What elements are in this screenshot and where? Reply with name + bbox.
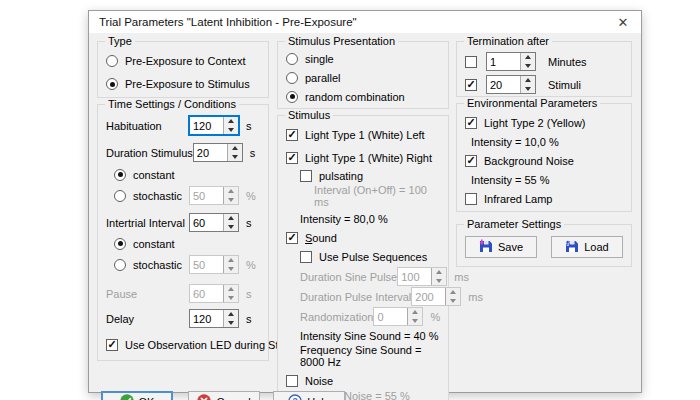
spinner-down-icon[interactable] bbox=[521, 85, 535, 94]
infrared-lamp-checkbox-row[interactable]: Infrared Lamp bbox=[465, 191, 623, 207]
duration-stochastic-spinner[interactable] bbox=[189, 186, 239, 205]
spinner-down-icon[interactable] bbox=[224, 223, 238, 232]
checkbox-checked-icon[interactable] bbox=[465, 155, 477, 167]
duration-stimulus-spinner[interactable] bbox=[193, 143, 243, 162]
randomization-spinner[interactable] bbox=[373, 307, 423, 326]
radio-single[interactable]: single bbox=[286, 51, 440, 66]
checkbox-checked-icon[interactable] bbox=[465, 117, 477, 129]
spinner-up-icon[interactable] bbox=[224, 285, 238, 294]
spinner-up-icon[interactable] bbox=[224, 187, 238, 196]
checkbox-icon[interactable] bbox=[300, 170, 312, 182]
spinner-down-icon[interactable] bbox=[432, 277, 446, 286]
spinner-down-icon[interactable] bbox=[224, 294, 238, 303]
spinner-up-icon[interactable] bbox=[521, 76, 535, 85]
checkbox-checked-icon[interactable] bbox=[465, 79, 477, 91]
spinner-down-icon[interactable] bbox=[521, 62, 535, 71]
spinner-down-icon[interactable] bbox=[224, 265, 238, 274]
duration-stochastic-input[interactable] bbox=[190, 187, 223, 204]
spinner-up-icon[interactable] bbox=[432, 268, 446, 277]
habituation-input[interactable] bbox=[190, 117, 223, 134]
intertrial-stochastic-input[interactable] bbox=[190, 256, 223, 273]
spinner-up-icon[interactable] bbox=[446, 288, 460, 297]
minutes-spinner[interactable] bbox=[486, 52, 536, 71]
pause-spinner[interactable] bbox=[189, 284, 239, 303]
radio-pre-exposure-stimulus[interactable]: Pre-Exposure to Stimulus bbox=[106, 76, 260, 92]
spinner-up-icon[interactable] bbox=[224, 214, 238, 223]
duration-constant-radio[interactable]: constant bbox=[114, 167, 260, 182]
duration-pulse-interval-spinner[interactable] bbox=[411, 287, 461, 306]
use-pulse-sequences-checkbox-row[interactable]: Use Pulse Sequences bbox=[300, 249, 440, 264]
minutes-input[interactable] bbox=[487, 53, 520, 70]
spinner-down-icon[interactable] bbox=[224, 319, 238, 328]
spinner-buttons[interactable] bbox=[445, 288, 460, 305]
cancel-button[interactable]: Cancel bbox=[188, 391, 260, 400]
intertrial-stochastic-spinner[interactable] bbox=[189, 255, 239, 274]
pulsating-checkbox-row[interactable]: pulsating bbox=[300, 168, 440, 183]
spinner-down-icon[interactable] bbox=[224, 126, 238, 135]
background-noise-checkbox-row[interactable]: Background Noise bbox=[465, 153, 623, 169]
radio-selected-icon[interactable] bbox=[286, 91, 298, 103]
checkbox-checked-icon[interactable] bbox=[286, 232, 298, 244]
radio-icon[interactable] bbox=[114, 259, 126, 271]
radio-selected-icon[interactable] bbox=[106, 78, 118, 90]
radio-icon[interactable] bbox=[286, 72, 298, 84]
checkbox-icon[interactable] bbox=[465, 193, 477, 205]
spinner-up-icon[interactable] bbox=[521, 53, 535, 62]
checkbox-checked-icon[interactable] bbox=[286, 152, 298, 164]
save-button[interactable]: Save bbox=[465, 236, 537, 258]
radio-icon[interactable] bbox=[286, 53, 298, 65]
intertrial-constant-radio[interactable]: constant bbox=[114, 236, 260, 251]
radio-icon[interactable] bbox=[106, 55, 118, 67]
spinner-down-icon[interactable] bbox=[446, 297, 460, 306]
duration-stimulus-input[interactable] bbox=[194, 144, 227, 161]
intertrial-stochastic-radio-row[interactable]: stochastic % bbox=[114, 255, 260, 274]
radio-pre-exposure-context[interactable]: Pre-Exposure to Context bbox=[106, 53, 260, 69]
observation-led-checkbox-row[interactable]: Use Observation LED during Stimulu bbox=[106, 337, 260, 352]
spinner-up-icon[interactable] bbox=[408, 308, 422, 317]
spinner-down-icon[interactable] bbox=[228, 153, 242, 162]
spinner-buttons[interactable] bbox=[223, 214, 238, 231]
light-type1-right-checkbox-row[interactable]: Light Type 1 (White) Right bbox=[286, 150, 440, 165]
radio-selected-icon[interactable] bbox=[114, 238, 126, 250]
spinner-down-icon[interactable] bbox=[224, 196, 238, 205]
stimuli-spinner[interactable] bbox=[486, 75, 536, 94]
spinner-up-icon[interactable] bbox=[224, 310, 238, 319]
light-type1-left-checkbox-row[interactable]: Light Type 1 (White) Left bbox=[286, 127, 440, 142]
spinner-up-icon[interactable] bbox=[224, 117, 238, 126]
spinner-buttons[interactable] bbox=[223, 310, 238, 327]
light-type2-checkbox-row[interactable]: Light Type 2 (Yellow) bbox=[465, 115, 623, 131]
duration-stochastic-radio-row[interactable]: stochastic % bbox=[114, 186, 260, 205]
spinner-buttons[interactable] bbox=[520, 76, 535, 93]
help-button[interactable]: ? Help bbox=[273, 391, 345, 400]
spinner-up-icon[interactable] bbox=[224, 256, 238, 265]
spinner-up-icon[interactable] bbox=[228, 144, 242, 153]
spinner-buttons[interactable] bbox=[520, 53, 535, 70]
intertrial-interval-spinner[interactable] bbox=[189, 213, 239, 232]
duration-sine-pulse-spinner[interactable] bbox=[397, 267, 447, 286]
delay-input[interactable] bbox=[190, 310, 223, 327]
close-button[interactable]: ✕ bbox=[605, 11, 641, 33]
radio-selected-icon[interactable] bbox=[114, 169, 126, 181]
delay-spinner[interactable] bbox=[189, 309, 239, 328]
checkbox-checked-icon[interactable] bbox=[106, 339, 118, 351]
checkbox-icon[interactable] bbox=[300, 251, 312, 263]
spinner-buttons[interactable] bbox=[223, 187, 238, 204]
pause-input[interactable] bbox=[190, 285, 223, 302]
spinner-buttons[interactable] bbox=[407, 308, 422, 325]
intertrial-interval-input[interactable] bbox=[190, 214, 223, 231]
randomization-input[interactable] bbox=[374, 308, 407, 325]
spinner-buttons[interactable] bbox=[431, 268, 446, 285]
ok-button[interactable]: OK bbox=[101, 391, 173, 400]
checkbox-checked-icon[interactable] bbox=[286, 129, 298, 141]
radio-icon[interactable] bbox=[114, 190, 126, 202]
radio-parallel[interactable]: parallel bbox=[286, 70, 440, 85]
spinner-buttons[interactable] bbox=[223, 285, 238, 302]
habituation-spinner[interactable] bbox=[189, 116, 239, 135]
noise-checkbox-row[interactable]: Noise bbox=[286, 373, 440, 388]
spinner-buttons[interactable] bbox=[223, 117, 238, 134]
duration-pulse-interval-input[interactable] bbox=[412, 288, 445, 305]
spinner-buttons[interactable] bbox=[227, 144, 242, 161]
checkbox-icon[interactable] bbox=[465, 56, 477, 68]
spinner-buttons[interactable] bbox=[223, 256, 238, 273]
stimuli-input[interactable] bbox=[487, 76, 520, 93]
